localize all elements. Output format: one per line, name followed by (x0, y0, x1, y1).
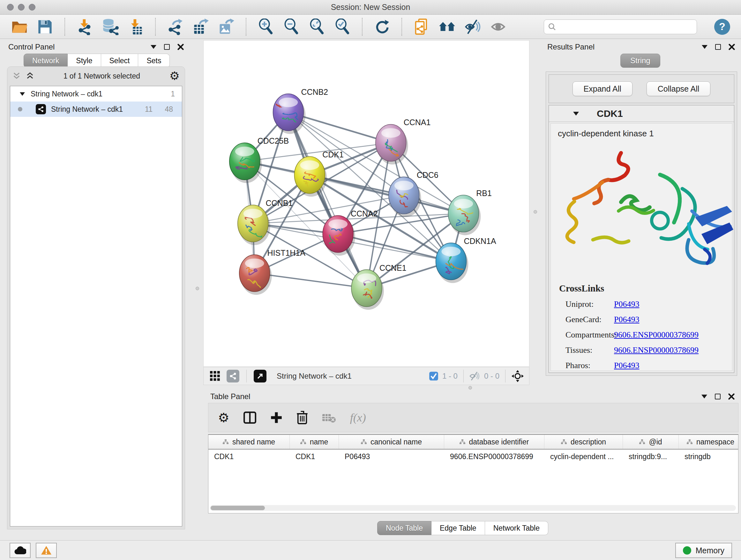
tree-expand-caret-icon[interactable] (20, 92, 25, 96)
tab-node-table[interactable]: Node Table (377, 521, 431, 535)
collapse-panel-icon[interactable] (701, 395, 707, 398)
clone-network-button[interactable] (413, 18, 430, 36)
zoom-fit-button[interactable] (308, 18, 326, 36)
detach-view-button[interactable] (254, 370, 266, 382)
network-node-HIST1H1A[interactable] (239, 255, 272, 295)
entry-expand-caret-icon[interactable] (573, 112, 579, 116)
table-panel-title: Table Panel (210, 392, 250, 401)
network-node-CDC6[interactable] (389, 177, 421, 217)
collapse-panel-icon[interactable] (151, 45, 156, 49)
column-header-id[interactable]: @id (623, 435, 679, 449)
network-node-CDKN1A[interactable] (436, 243, 468, 283)
hide-selected-button[interactable] (464, 18, 481, 36)
crosslink-link[interactable]: 9606.ENSP00000378699 (614, 346, 698, 355)
network-node-CCNA1[interactable] (376, 124, 408, 165)
column-type-icon (361, 439, 367, 444)
close-panel-icon[interactable] (729, 44, 735, 50)
column-header-sharedname[interactable]: shared name (208, 435, 290, 449)
float-panel-icon[interactable] (164, 44, 170, 50)
column-header-name[interactable]: name (290, 435, 339, 449)
network-node-CCNB2[interactable] (273, 94, 306, 134)
zoom-in-button[interactable] (257, 18, 274, 36)
refresh-button[interactable] (374, 18, 391, 36)
expand-all-icon[interactable] (26, 72, 34, 80)
tab-sets[interactable]: Sets (138, 54, 170, 68)
first-neighbors-button[interactable] (439, 18, 456, 36)
column-header-canonicalname[interactable]: canonical name (339, 435, 444, 449)
column-type-icon (223, 439, 228, 444)
collapse-all-icon[interactable] (12, 72, 21, 80)
network-edge[interactable] (288, 112, 367, 288)
birds-eye-toggle-icon[interactable] (511, 370, 524, 382)
network-selection-bar: 1 of 1 Network selected ⚙ (7, 67, 185, 85)
left-splitter-grip[interactable] (196, 287, 199, 290)
node-count: 11 (145, 105, 152, 114)
column-header-databaseidentifier[interactable]: database identifier (444, 435, 544, 449)
collapse-all-button[interactable]: Collapse All (647, 81, 711, 96)
network-options-gear-icon[interactable]: ⚙ (170, 70, 180, 82)
add-column-icon[interactable] (270, 412, 282, 424)
table-row[interactable]: CDK1CDK1P064939606.ENSP00000378699cyclin… (208, 449, 738, 463)
import-network-from-database-button[interactable] (102, 18, 119, 36)
tab-edge-table[interactable]: Edge Table (431, 521, 485, 535)
import-table-button[interactable] (127, 18, 144, 36)
column-header-description[interactable]: description (544, 435, 623, 449)
save-session-button[interactable] (37, 18, 54, 36)
crosslink-link[interactable]: P06493 (614, 300, 639, 309)
grid-view-button[interactable] (209, 370, 221, 382)
tab-string[interactable]: String (620, 54, 660, 68)
network-node-CDK1[interactable] (294, 157, 327, 197)
export-image-button[interactable] (218, 18, 235, 36)
function-builder-button: f(x) (350, 411, 366, 424)
zoom-selected-button[interactable] (334, 18, 351, 36)
show-all-button[interactable] (489, 18, 507, 36)
bottom-splitter-grip[interactable] (468, 386, 472, 389)
cloud-status-button[interactable] (10, 543, 30, 558)
network-node-RB1[interactable] (448, 195, 481, 235)
export-network-button[interactable] (166, 18, 184, 36)
tab-network[interactable]: Network (23, 54, 68, 68)
tab-select[interactable]: Select (101, 54, 138, 68)
export-table-icon (193, 18, 209, 35)
export-table-button[interactable] (192, 18, 209, 36)
expand-all-button[interactable]: Expand All (572, 81, 632, 96)
network-canvas[interactable]: CCNB2CCNA1CDC25BCDK1CDC6RB1CCNB1CCNA2CDK… (203, 40, 529, 367)
close-panel-icon[interactable] (178, 44, 184, 50)
network-manager-panel: 1 of 1 Network selected ⚙ String Network… (7, 66, 185, 530)
crosslink-link[interactable]: 9606.ENSP00000378699 (614, 330, 698, 340)
zoom-out-icon (284, 18, 299, 35)
import-network-button[interactable] (76, 18, 93, 36)
crosslink-link[interactable]: P06493 (614, 361, 639, 370)
collapse-panel-icon[interactable] (702, 45, 708, 49)
network-node-CDC25B[interactable] (229, 143, 262, 183)
search-input[interactable] (559, 22, 693, 31)
crosslink-link[interactable]: P06493 (614, 315, 639, 324)
float-panel-icon[interactable] (715, 394, 721, 399)
gene-entry-header[interactable]: CDK1 (549, 105, 734, 122)
open-session-button[interactable] (11, 18, 28, 36)
string-results-container: Expand All Collapse All CDK1 cyclin-depe… (546, 71, 737, 376)
help-button[interactable]: ? (714, 19, 730, 35)
close-panel-icon[interactable] (728, 393, 735, 400)
warnings-button[interactable] (36, 543, 57, 558)
memory-status-dot (683, 546, 691, 555)
network-row-selected[interactable]: String Network – cdk1 11 48 (10, 102, 182, 117)
column-header-namespace[interactable]: namespace (679, 435, 738, 449)
cloud-icon (14, 546, 26, 555)
selected-nodes-checkbox-icon[interactable] (429, 371, 439, 381)
table-options-gear-icon[interactable]: ⚙ (218, 410, 229, 425)
table-cell: CDK1 (290, 452, 339, 461)
network-collection-row[interactable]: String Network – cdk1 1 (10, 86, 182, 102)
tab-network-table[interactable]: Network Table (485, 521, 548, 535)
memory-button[interactable]: Memory (675, 543, 732, 558)
right-splitter-grip[interactable] (534, 210, 537, 213)
float-panel-icon[interactable] (715, 44, 721, 50)
zoom-out-button[interactable] (283, 18, 300, 36)
tab-style[interactable]: Style (68, 54, 101, 68)
network-node-CCNA2[interactable] (323, 215, 355, 256)
delete-column-icon[interactable] (296, 411, 308, 424)
network-node-CCNE1[interactable] (351, 270, 384, 310)
scrollbar-thumb[interactable] (211, 506, 265, 510)
show-columns-icon[interactable] (244, 411, 256, 424)
network-node-CCNB1[interactable] (238, 205, 270, 245)
